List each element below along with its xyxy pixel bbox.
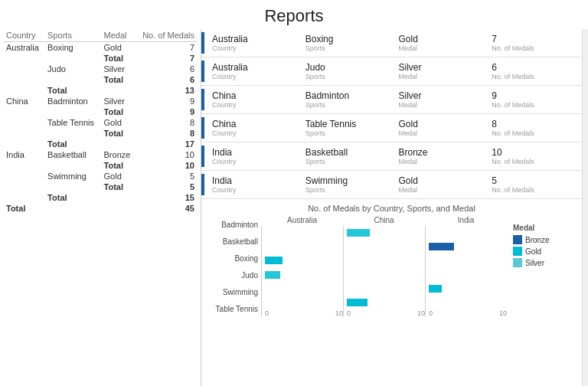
card-col-sport: Basketball Sports bbox=[302, 146, 396, 167]
card-num-val: 5 bbox=[492, 175, 579, 186]
table-row: Australia Boxing Gold 7 bbox=[3, 42, 198, 54]
card-col-num: 8 No. of Medals bbox=[488, 117, 582, 139]
cell-country bbox=[3, 117, 44, 128]
card-country-val: Australia bbox=[212, 34, 299, 44]
chart-yaxis: BadmintonBasketballBoxingJudoSwimmingTab… bbox=[207, 216, 261, 317]
card-accent-bar bbox=[201, 174, 204, 195]
card-item: India Country Swimming Sports Gold Medal… bbox=[201, 171, 582, 199]
cell-country: China bbox=[3, 96, 44, 106]
bar-bronze bbox=[429, 243, 454, 250]
chart-ylabel: Swimming bbox=[207, 283, 261, 300]
card-content: India Country Swimming Sports Gold Medal… bbox=[209, 174, 582, 195]
cell-num: 5 bbox=[136, 182, 198, 192]
card-content: India Country Basketball Sports Bronze M… bbox=[209, 146, 582, 167]
cell-country bbox=[3, 106, 44, 117]
card-item: China Country Table Tennis Sports Gold M… bbox=[201, 114, 582, 142]
card-country-lbl: Country bbox=[212, 186, 299, 194]
card-col-medal: Silver Medal bbox=[396, 89, 489, 110]
card-col-sport: Badminton Sports bbox=[302, 89, 396, 110]
card-medal-val: Gold bbox=[399, 34, 486, 44]
table-row: Total 9 bbox=[3, 106, 198, 117]
card-sport-val: Basketball bbox=[305, 147, 393, 158]
card-col-country: India Country bbox=[209, 146, 302, 167]
chart-bar-row bbox=[347, 254, 425, 267]
card-sport-lbl: Sports bbox=[305, 158, 393, 165]
chart-bar-row bbox=[265, 254, 343, 267]
xaxis-label: 10 bbox=[335, 309, 343, 317]
cell-num: 6 bbox=[136, 64, 198, 74]
card-col-country: Australia Country bbox=[209, 32, 302, 54]
xaxis-label: 0 bbox=[347, 309, 351, 317]
cell-medal: Gold bbox=[101, 42, 136, 54]
card-accent-bar bbox=[201, 61, 204, 82]
card-col-sport: Table Tennis Sports bbox=[302, 117, 396, 139]
cell-num: 15 bbox=[136, 192, 198, 203]
cell-medal: Silver bbox=[101, 64, 136, 74]
chart-ylabel: Badminton bbox=[207, 216, 261, 233]
legend-label: Gold bbox=[525, 247, 541, 256]
cell-sport: Badminton bbox=[44, 96, 100, 106]
card-country-lbl: Country bbox=[212, 73, 299, 80]
cell-num: 5 bbox=[136, 171, 198, 182]
bar-gold bbox=[429, 285, 442, 293]
card-sport-lbl: Sports bbox=[305, 44, 393, 52]
card-medal-lbl: Medal bbox=[399, 73, 486, 80]
cell-sport: Table Tennis bbox=[44, 117, 100, 128]
table-row: Table Tennis Gold 8 bbox=[3, 117, 198, 128]
cell-country bbox=[3, 160, 44, 171]
card-medal-val: Silver bbox=[399, 90, 486, 101]
cell-medal bbox=[101, 203, 136, 214]
cell-sport bbox=[44, 53, 100, 64]
table-row: Total 13 bbox=[3, 85, 198, 96]
cell-sport bbox=[44, 160, 100, 171]
card-medal-val: Bronze bbox=[399, 147, 486, 158]
chart-xaxis: 010010010 bbox=[261, 309, 507, 317]
chart-bar-row bbox=[429, 240, 507, 254]
cell-num: 9 bbox=[136, 106, 198, 117]
cell-sport bbox=[44, 74, 100, 85]
chart-bar-row bbox=[265, 240, 343, 254]
cell-num: 10 bbox=[136, 149, 198, 160]
card-col-num: 7 No. of Medals bbox=[488, 32, 582, 54]
legend-swatch bbox=[513, 258, 522, 267]
right-panel: Australia Country Boxing Sports Gold Med… bbox=[201, 29, 582, 386]
cell-country bbox=[3, 85, 44, 96]
legend-swatch bbox=[513, 247, 522, 256]
chart-xaxis-group: 010 bbox=[343, 309, 425, 317]
cell-sport: Total bbox=[44, 192, 100, 203]
card-country-lbl: Country bbox=[212, 44, 299, 52]
table-row: Total 17 bbox=[3, 139, 198, 149]
card-num-lbl: No. of Medals bbox=[492, 73, 579, 80]
cell-sport: Total bbox=[44, 139, 100, 149]
table-row: Total 6 bbox=[3, 74, 198, 85]
card-col-medal: Bronze Medal bbox=[396, 146, 489, 167]
card-col-country: China Country bbox=[209, 89, 302, 110]
chart-ylabel: Basketball bbox=[207, 233, 261, 250]
cell-sport: Basketball bbox=[44, 149, 100, 160]
chart-bar-row bbox=[265, 296, 343, 309]
cell-country bbox=[3, 192, 44, 203]
col-medal: Medal bbox=[101, 29, 136, 42]
cell-medal: Total bbox=[101, 182, 136, 192]
card-num-lbl: No. of Medals bbox=[492, 101, 579, 109]
col-country: Country bbox=[3, 29, 44, 42]
card-sport-val: Boxing bbox=[305, 34, 393, 44]
scrollbar[interactable] bbox=[582, 29, 588, 386]
legend-item: Silver bbox=[513, 258, 576, 267]
chart-title: No. of Medals by Country, Sports, and Me… bbox=[207, 204, 576, 213]
chart-bar-row bbox=[429, 254, 507, 267]
card-num-val: 9 bbox=[492, 90, 579, 101]
card-sport-lbl: Sports bbox=[305, 73, 393, 80]
cell-sport bbox=[44, 106, 100, 117]
card-content: China Country Table Tennis Sports Gold M… bbox=[209, 117, 582, 139]
card-num-lbl: No. of Medals bbox=[492, 44, 579, 52]
cell-medal: Bronze bbox=[101, 149, 136, 160]
card-item: India Country Basketball Sports Bronze M… bbox=[201, 142, 582, 171]
cell-sport: Boxing bbox=[44, 42, 100, 54]
chart-legend: Medal Bronze Gold Silver bbox=[507, 216, 576, 317]
cell-num: 9 bbox=[136, 96, 198, 106]
card-num-lbl: No. of Medals bbox=[492, 129, 579, 137]
cell-sport bbox=[44, 182, 100, 192]
card-num-val: 7 bbox=[492, 34, 579, 44]
legend-label: Silver bbox=[525, 259, 544, 267]
